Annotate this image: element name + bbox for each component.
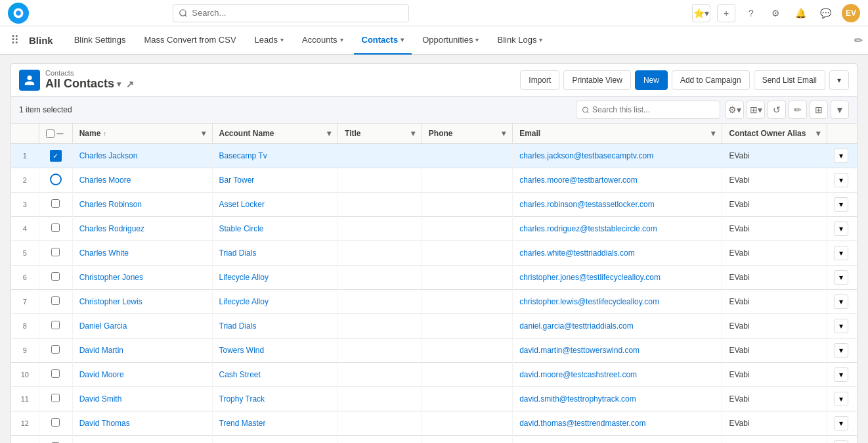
- email-link[interactable]: charles.moore@testbartower.com: [519, 175, 638, 185]
- nav-leads[interactable]: Leads ▾: [247, 26, 292, 55]
- list-search-box[interactable]: [576, 101, 720, 119]
- nav-blink-settings[interactable]: Blink Settings: [66, 26, 134, 55]
- contact-name-link[interactable]: Charles Moore: [79, 175, 131, 185]
- contact-name-link[interactable]: Charles White: [79, 248, 129, 258]
- row-checkbox[interactable]: [51, 248, 60, 256]
- account-name-link[interactable]: Cash Street: [219, 370, 261, 379]
- edit-icon[interactable]: ✏: [789, 101, 807, 119]
- user-avatar[interactable]: EV: [842, 4, 860, 22]
- row-checkbox[interactable]: [51, 394, 60, 402]
- email-link[interactable]: christopher.lewis@testlifecyclealloy.com: [519, 297, 659, 306]
- email-link[interactable]: david.moore@testcashstreet.com: [519, 370, 637, 379]
- contact-name-link[interactable]: Christopher Jones: [79, 273, 143, 282]
- account-name-link[interactable]: Stable Circle: [219, 224, 264, 233]
- contact-name-link[interactable]: Christopher Lewis: [79, 297, 142, 306]
- nav-blink-logs[interactable]: Blink Logs ▾: [489, 26, 550, 55]
- favorites-button[interactable]: ⭐▾: [692, 4, 710, 22]
- send-list-email-button[interactable]: Send List Email: [754, 70, 825, 90]
- account-name-link[interactable]: Asset Locker: [219, 200, 265, 209]
- row-checkbox[interactable]: [51, 345, 60, 354]
- list-search-input[interactable]: [592, 105, 714, 114]
- email-link[interactable]: charles.rodriguez@teststablecircle.com: [519, 224, 657, 233]
- nav-edit-icon[interactable]: ✏: [854, 34, 863, 47]
- account-name-link[interactable]: Lifecycle Alloy: [219, 297, 269, 306]
- contact-name-link[interactable]: Charles Jackson: [79, 151, 138, 160]
- row-action-button[interactable]: ▾: [834, 367, 848, 382]
- email-link[interactable]: christopher.jones@testlifecyclealloy.com: [519, 273, 661, 282]
- more-actions-button[interactable]: ▾: [829, 70, 849, 90]
- account-name-link[interactable]: Lifecycle Alloy: [219, 273, 269, 282]
- email-link[interactable]: charles.robinson@testassetlocker.com: [519, 200, 655, 209]
- list-settings-icon[interactable]: ↗: [126, 79, 134, 89]
- account-name-link[interactable]: Trophy Track: [219, 394, 265, 404]
- email-link[interactable]: david.martin@testtowerswind.com: [519, 346, 640, 355]
- row-action-button[interactable]: ▾: [834, 270, 848, 285]
- phone-filter-icon[interactable]: ▾: [502, 129, 506, 138]
- account-name-link[interactable]: Basecamp Tv: [219, 151, 267, 160]
- import-button[interactable]: Import: [520, 70, 559, 90]
- row-checkbox[interactable]: [51, 321, 60, 329]
- contact-name-link[interactable]: David Moore: [79, 370, 124, 379]
- contact-name-link[interactable]: Charles Rodriguez: [79, 224, 144, 233]
- row-checkbox[interactable]: [51, 272, 60, 281]
- row-checkbox[interactable]: [51, 199, 60, 208]
- nav-accounts[interactable]: Accounts ▾: [294, 26, 351, 55]
- account-filter-icon[interactable]: ▾: [327, 129, 331, 138]
- global-search-input[interactable]: [173, 4, 409, 22]
- row-checkbox[interactable]: ✓: [50, 150, 62, 162]
- new-button[interactable]: New: [635, 70, 668, 90]
- email-link[interactable]: daniel.garcia@testtriaddials.com: [519, 321, 634, 331]
- list-title-chevron[interactable]: ▾: [117, 80, 121, 89]
- owner-filter-icon[interactable]: ▾: [816, 129, 820, 138]
- row-action-button[interactable]: ▾: [834, 392, 848, 406]
- contact-name-link[interactable]: David Thomas: [79, 419, 130, 428]
- printable-view-button[interactable]: Printable View: [563, 70, 631, 90]
- collapse-icon[interactable]: —: [57, 130, 64, 137]
- contact-name-link[interactable]: Daniel Garcia: [79, 321, 127, 331]
- row-checkbox[interactable]: [51, 223, 60, 232]
- select-all-checkbox[interactable]: [46, 129, 54, 138]
- contact-name-link[interactable]: David Smith: [79, 394, 122, 404]
- email-link[interactable]: david.thomas@testtrendmaster.com: [519, 419, 645, 428]
- filter-icon[interactable]: ▼: [831, 101, 849, 119]
- account-name-link[interactable]: Triad Dials: [219, 248, 257, 258]
- contact-name-link[interactable]: Charles Robinson: [79, 200, 142, 209]
- row-action-button[interactable]: ▾: [834, 173, 848, 187]
- add-to-campaign-button[interactable]: Add to Campaign: [672, 70, 750, 90]
- nav-mass-convert[interactable]: Mass Convert from CSV: [136, 26, 244, 55]
- nav-contacts[interactable]: Contacts ▾: [354, 26, 412, 55]
- title-filter-icon[interactable]: ▾: [411, 129, 415, 138]
- app-switcher-icon[interactable]: ⠿: [5, 31, 24, 49]
- notifications-icon[interactable]: 🔔: [792, 4, 810, 22]
- row-action-button[interactable]: ▾: [834, 416, 848, 431]
- column-chooser-icon[interactable]: ⊞▾: [747, 101, 765, 119]
- row-action-button[interactable]: ▾: [834, 343, 848, 358]
- row-action-button[interactable]: ▾: [834, 149, 848, 163]
- app-logo[interactable]: [8, 3, 29, 24]
- refresh-icon[interactable]: ↺: [768, 101, 786, 119]
- row-checkbox[interactable]: [50, 174, 62, 185]
- row-action-button[interactable]: ▾: [834, 222, 848, 236]
- sort-asc-icon[interactable]: ↑: [103, 130, 106, 137]
- row-action-button[interactable]: ▾: [834, 197, 848, 212]
- row-action-button[interactable]: ▾: [834, 319, 848, 333]
- row-action-button[interactable]: ▾: [834, 246, 848, 260]
- add-button[interactable]: +: [717, 4, 735, 22]
- account-name-link[interactable]: Trend Master: [219, 419, 266, 428]
- setup-icon[interactable]: ⚙: [767, 4, 785, 22]
- row-checkbox[interactable]: [51, 369, 60, 378]
- row-action-button[interactable]: ▾: [834, 440, 848, 443]
- chart-icon[interactable]: ⊞: [810, 101, 828, 119]
- email-filter-icon[interactable]: ▾: [711, 129, 715, 138]
- chat-icon[interactable]: 💬: [817, 4, 835, 22]
- row-checkbox[interactable]: [51, 296, 60, 305]
- help-icon[interactable]: ?: [742, 4, 760, 22]
- account-name-link[interactable]: Bar Tower: [219, 175, 255, 185]
- contact-name-link[interactable]: David Martin: [79, 346, 123, 355]
- row-action-button[interactable]: ▾: [834, 294, 848, 309]
- row-checkbox[interactable]: [51, 418, 60, 427]
- account-name-link[interactable]: Triad Dials: [219, 321, 257, 331]
- nav-opportunities[interactable]: Opportunities ▾: [414, 26, 487, 55]
- table-settings-icon[interactable]: ⚙▾: [726, 101, 744, 119]
- account-name-link[interactable]: Towers Wind: [219, 346, 265, 355]
